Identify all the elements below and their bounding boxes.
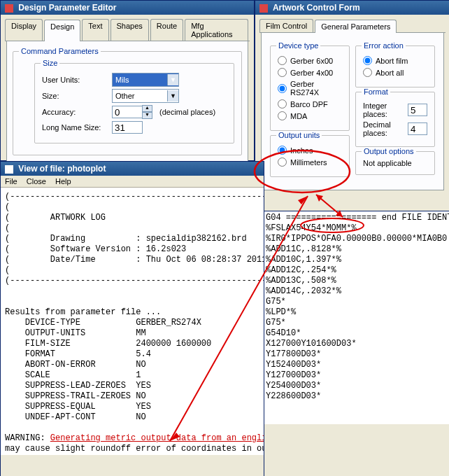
acf-tabs: Film Control General Parameters (259, 19, 446, 33)
dpe-title: Design Parameter Editor (18, 3, 116, 13)
device-type-group: Device type Gerber 6x00 Gerber 4x00 Gerb… (270, 46, 350, 131)
radio-inches[interactable]: Inches (278, 146, 342, 155)
size-group: Size User Units: Mils▼ Size: Other▼ Accu… (34, 63, 234, 144)
gerber-output: G04 ================== end FILE IDENTIF … (264, 211, 449, 424)
tab-text[interactable]: Text (82, 19, 108, 41)
longname-input[interactable] (112, 121, 143, 134)
spin-up-icon[interactable]: ▲ (142, 105, 152, 112)
size-label: Size: (42, 92, 112, 100)
output-options-group: Output options Not applicable (355, 151, 435, 175)
log-text: (---------------------------------------… (5, 192, 264, 422)
file-viewer-window: View of file: photoplot File Close Help … (0, 161, 264, 476)
acf-titlebar: Artwork Control Form (255, 1, 449, 15)
output-units-group: Output units Inches Millimeters (270, 135, 350, 177)
viewer-menubar: File Close Help (1, 176, 264, 188)
tab-mfg[interactable]: Mfg Applications (185, 19, 248, 41)
artwork-control-form-window: Artwork Control Form Film Control Genera… (255, 0, 449, 211)
user-units-dropdown[interactable]: Mils▼ (112, 73, 179, 87)
viewer-titlebar: View of file: photoplot (1, 162, 264, 176)
accuracy-note: (decimal places) (159, 108, 215, 116)
user-units-label: User Units: (42, 76, 112, 84)
spin-down-icon[interactable]: ▼ (142, 112, 152, 119)
device-type-legend: Device type (276, 41, 320, 50)
warning-line1: Generating metric output data from an en… (50, 433, 264, 443)
size-value: Other (115, 92, 135, 100)
integer-places-input[interactable] (408, 104, 427, 116)
radio-mda[interactable]: MDA (278, 111, 342, 120)
radio-abort-all[interactable]: Abort all (363, 68, 427, 77)
radio-mm[interactable]: Millimeters (278, 158, 342, 167)
design-parameter-editor-window: Design Parameter Editor Display Design T… (0, 0, 255, 161)
size-dropdown[interactable]: Other▼ (112, 89, 179, 103)
command-parameters-group: Command Parameters Size User Units: Mils… (13, 51, 242, 155)
menu-help[interactable]: Help (55, 177, 71, 186)
tab-film-control[interactable]: Film Control (259, 19, 313, 32)
radio-gerber274x[interactable]: Gerber RS274X (278, 80, 342, 97)
radio-abort-film[interactable]: Abort film (363, 56, 427, 65)
output-options-legend: Output options (362, 147, 416, 155)
tab-general-parameters[interactable]: General Parameters (315, 20, 397, 33)
format-group: Format Integer places: Decimal places: (355, 92, 435, 147)
app-icon (259, 4, 268, 13)
longname-label: Long Name Size: (42, 123, 112, 132)
dpe-tabs: Display Design Text Shapes Route Mfg App… (5, 19, 250, 41)
menu-file[interactable]: File (5, 177, 17, 186)
integer-places-label: Integer places: (363, 102, 408, 118)
decimal-places-input[interactable] (408, 122, 427, 135)
dpe-panel: Command Parameters Size User Units: Mils… (6, 41, 248, 166)
size-legend: Size (41, 59, 59, 67)
radio-barco[interactable]: Barco DPF (278, 99, 342, 108)
warning-line2: may cause slight roundoff error of coord… (5, 444, 264, 454)
acf-title: Artwork Control Form (273, 3, 360, 13)
output-units-legend: Output units (276, 131, 322, 139)
viewer-title: View of file: photoplot (18, 164, 106, 174)
user-units-value: Mils (115, 76, 129, 84)
chevron-down-icon[interactable]: ▼ (167, 74, 178, 85)
decimal-places-label: Decimal places: (363, 120, 408, 137)
viewer-content: (---------------------------------------… (1, 188, 264, 455)
acf-panel: Device type Gerber 6x00 Gerber 4x00 Gerb… (261, 33, 444, 190)
app-icon (5, 4, 13, 13)
tab-shapes[interactable]: Shapes (111, 19, 149, 41)
error-action-legend: Error action (362, 41, 406, 50)
tab-design[interactable]: Design (44, 20, 80, 41)
command-parameters-legend: Command Parameters (19, 47, 101, 55)
dpe-titlebar: Design Parameter Editor (1, 1, 254, 15)
radio-gerber6x00[interactable]: Gerber 6x00 (278, 56, 342, 65)
tab-route[interactable]: Route (150, 19, 183, 41)
warning-prefix: WARNING: (5, 433, 50, 443)
accuracy-label: Accuracy: (42, 108, 112, 116)
format-legend: Format (362, 88, 390, 96)
menu-close[interactable]: Close (27, 177, 46, 186)
doc-icon (5, 165, 13, 174)
error-action-group: Error action Abort film Abort all (355, 46, 435, 88)
tab-display[interactable]: Display (5, 19, 43, 41)
accuracy-input[interactable] (112, 106, 143, 118)
chevron-down-icon[interactable]: ▼ (167, 90, 178, 102)
output-options-text: Not applicable (363, 159, 412, 167)
radio-gerber4x00[interactable]: Gerber 4x00 (278, 68, 342, 77)
